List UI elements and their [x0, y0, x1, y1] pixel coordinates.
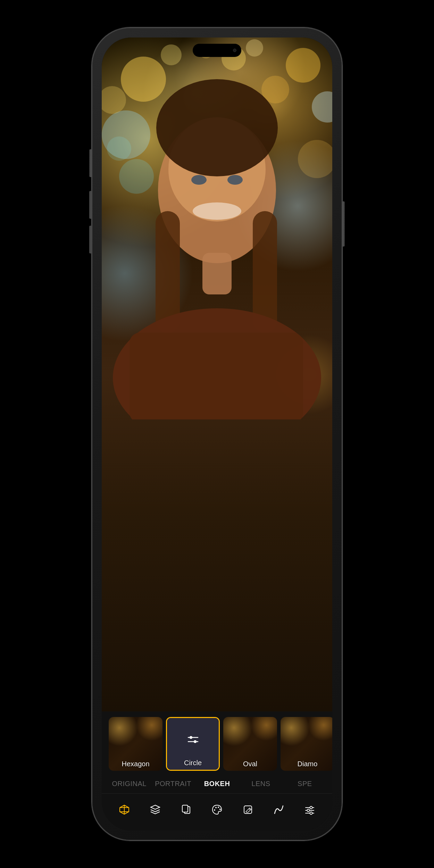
photo-preview	[102, 37, 332, 711]
svg-point-4	[102, 110, 150, 159]
svg-point-17	[227, 175, 243, 185]
svg-point-9	[246, 39, 263, 57]
svg-point-37	[218, 807, 219, 808]
tool-sliders-button[interactable]	[299, 799, 321, 821]
dynamic-island	[193, 44, 241, 57]
category-tabs: ORIGINAL PORTRAIT BOKEH LENS SPE	[102, 775, 332, 793]
svg-point-44	[310, 807, 312, 809]
svg-point-38	[219, 809, 221, 810]
filter-diamond-label: Diamo	[281, 760, 332, 768]
filter-hexagon-label: Hexagon	[109, 760, 162, 768]
svg-rect-19	[156, 211, 180, 333]
layers-icon	[149, 804, 161, 816]
cube-icon	[118, 804, 130, 816]
svg-point-5	[161, 44, 182, 65]
svg-rect-20	[253, 211, 277, 333]
svg-point-0	[121, 57, 166, 102]
tool-copy-button[interactable]	[175, 799, 197, 821]
svg-point-13	[158, 117, 276, 263]
svg-rect-22	[130, 333, 303, 419]
tab-special[interactable]: SPE	[283, 778, 327, 790]
svg-point-14	[168, 117, 266, 222]
svg-point-35	[214, 809, 215, 811]
tool-edit-button[interactable]	[237, 799, 259, 821]
filter-hexagon[interactable]: Hexagon	[109, 717, 162, 771]
svg-rect-23	[202, 253, 232, 294]
svg-point-11	[119, 159, 154, 194]
palette-icon	[211, 804, 223, 816]
svg-point-25	[190, 736, 192, 739]
phone-screen: Hexagon	[102, 37, 332, 831]
edit-icon	[242, 804, 254, 816]
filter-diamond[interactable]: Diamo	[281, 717, 332, 771]
svg-point-15	[193, 202, 241, 220]
svg-point-21	[113, 308, 321, 419]
svg-line-40	[249, 809, 250, 810]
svg-rect-34	[182, 805, 188, 812]
tool-cube-button[interactable]	[113, 799, 135, 821]
copy-icon	[180, 804, 192, 816]
front-camera	[233, 49, 236, 52]
svg-point-46	[310, 812, 312, 815]
filter-circle[interactable]: Circle	[166, 717, 220, 771]
sliders-icon	[304, 804, 316, 816]
filter-oval-label: Oval	[223, 760, 277, 768]
tab-portrait[interactable]: PORTRAIT	[151, 778, 195, 790]
filter-thumbnails-row: Hexagon	[102, 711, 332, 775]
tab-lens[interactable]: LENS	[239, 778, 283, 790]
photo-background	[102, 37, 332, 711]
svg-point-36	[215, 807, 217, 808]
tool-curve-button[interactable]	[268, 799, 290, 821]
svg-point-1	[286, 48, 320, 83]
tab-original[interactable]: ORIGINAL	[107, 778, 151, 790]
filter-settings-icon	[186, 733, 200, 749]
phone-frame: Hexagon	[92, 28, 342, 840]
svg-point-7	[298, 140, 332, 178]
filter-oval[interactable]: Oval	[223, 717, 277, 771]
svg-point-45	[307, 809, 310, 812]
svg-point-8	[102, 86, 126, 114]
tool-layers-button[interactable]	[144, 799, 166, 821]
svg-point-2	[312, 91, 332, 123]
bokeh-overlay	[102, 37, 332, 419]
toolbar	[102, 793, 332, 831]
svg-point-6	[261, 76, 289, 103]
bottom-panel: Hexagon	[102, 711, 332, 831]
curve-icon	[273, 804, 285, 816]
svg-point-27	[194, 740, 197, 743]
svg-marker-32	[151, 805, 160, 809]
svg-point-16	[191, 175, 207, 185]
tab-bokeh[interactable]: BOKEH	[195, 778, 239, 790]
svg-point-12	[107, 136, 131, 161]
tool-palette-button[interactable]	[206, 799, 228, 821]
filter-circle-label: Circle	[167, 759, 219, 767]
svg-point-18	[156, 79, 278, 176]
